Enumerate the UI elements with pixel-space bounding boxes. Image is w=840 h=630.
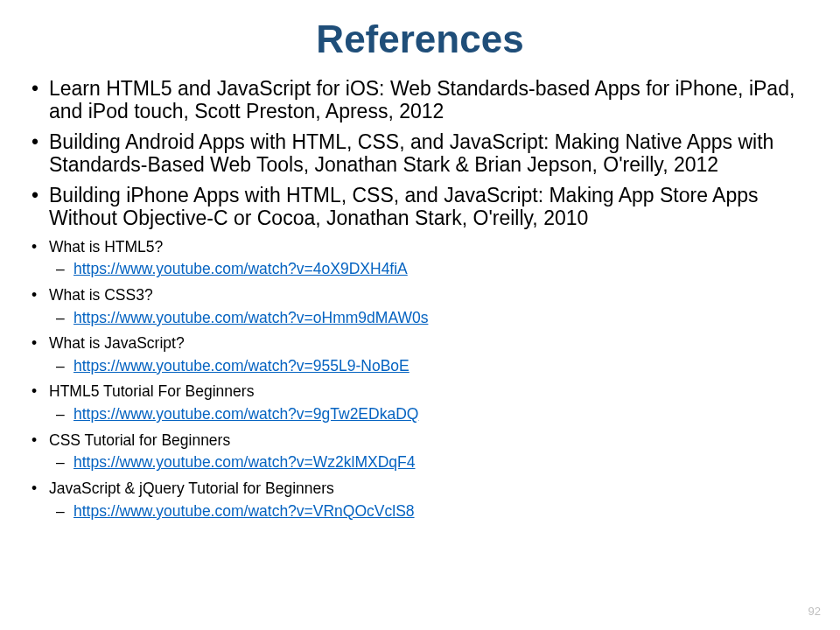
sub-item: https://www.youtube.com/watch?v=4oX9DXH4… bbox=[74, 258, 814, 280]
list-item-text: JavaScript & jQuery Tutorial for Beginne… bbox=[49, 480, 334, 497]
reference-link[interactable]: https://www.youtube.com/watch?v=4oX9DXH4… bbox=[74, 260, 408, 277]
list-item-text: What is CSS3? bbox=[49, 286, 153, 304]
list-item-text: What is JavaScript? bbox=[49, 334, 185, 352]
list-item-text: Building Android Apps with HTML, CSS, an… bbox=[49, 130, 774, 176]
sub-item: https://www.youtube.com/watch?v=oHmm9dMA… bbox=[74, 307, 814, 329]
list-item: Learn HTML5 and JavaScript for iOS: Web … bbox=[49, 77, 814, 123]
reference-link[interactable]: https://www.youtube.com/watch?v=9gTw2EDk… bbox=[74, 405, 418, 423]
slide-title: References bbox=[26, 18, 814, 61]
list-item: Building Android Apps with HTML, CSS, an… bbox=[49, 130, 814, 177]
list-item: CSS Tutorial for Beginners https://www.y… bbox=[49, 430, 814, 473]
list-item: What is HTML5? https://www.youtube.com/w… bbox=[49, 237, 814, 280]
reference-link[interactable]: https://www.youtube.com/watch?v=oHmm9dMA… bbox=[74, 309, 428, 326]
list-item-text: Learn HTML5 and JavaScript for iOS: Web … bbox=[49, 77, 794, 122]
list-item-text: HTML5 Tutorial For Beginners bbox=[49, 382, 254, 400]
list-item-text: CSS Tutorial for Beginners bbox=[49, 431, 230, 449]
sub-item: https://www.youtube.com/watch?v=955L9-No… bbox=[74, 355, 814, 377]
list-item-text: What is HTML5? bbox=[49, 238, 163, 256]
sub-item: https://www.youtube.com/watch?v=VRnQOcVc… bbox=[74, 500, 814, 522]
list-item: What is JavaScript? https://www.youtube.… bbox=[49, 333, 814, 376]
list-item: JavaScript & jQuery Tutorial for Beginne… bbox=[49, 479, 814, 522]
sub-item: https://www.youtube.com/watch?v=9gTw2EDk… bbox=[74, 403, 814, 425]
list-item: Building iPhone Apps with HTML, CSS, and… bbox=[49, 184, 814, 230]
page-number: 92 bbox=[808, 605, 821, 618]
list-item: HTML5 Tutorial For Beginners https://www… bbox=[49, 382, 814, 424]
list-item: What is CSS3? https://www.youtube.com/wa… bbox=[49, 285, 814, 328]
reference-link[interactable]: https://www.youtube.com/watch?v=Wz2klMXD… bbox=[74, 453, 416, 471]
list-item-text: Building iPhone Apps with HTML, CSS, and… bbox=[49, 184, 759, 229]
reference-link[interactable]: https://www.youtube.com/watch?v=955L9-No… bbox=[74, 357, 410, 374]
reference-link[interactable]: https://www.youtube.com/watch?v=VRnQOcVc… bbox=[74, 502, 415, 520]
sub-item: https://www.youtube.com/watch?v=Wz2klMXD… bbox=[74, 452, 814, 473]
reference-list: Learn HTML5 and JavaScript for iOS: Web … bbox=[26, 77, 814, 522]
